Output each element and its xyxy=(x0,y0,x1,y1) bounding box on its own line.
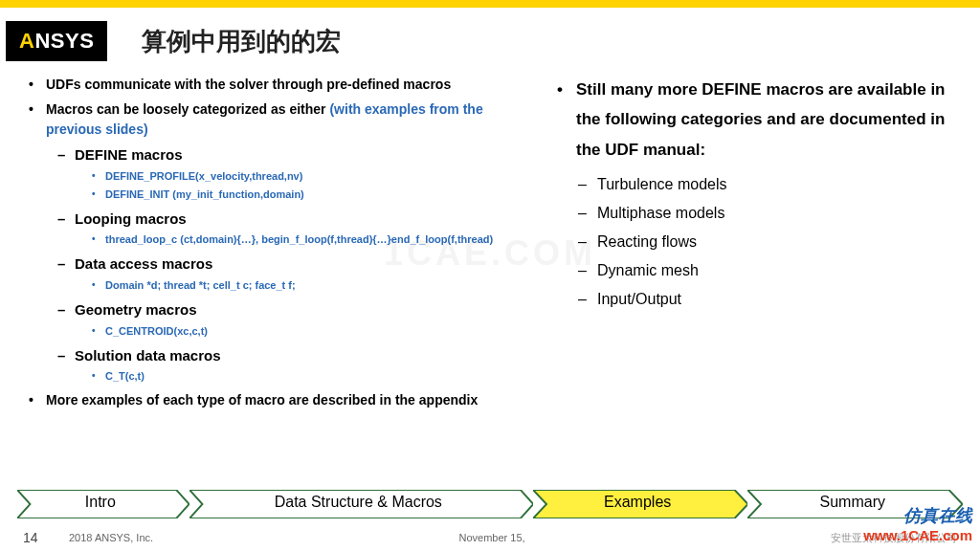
heading-define-macros: DEFINE macros DEFINE_PROFILE(x_velocity,… xyxy=(46,144,538,203)
nav-step-data-structure: Data Structure & Macros xyxy=(189,490,533,518)
corner-watermark: 仿真在线 www.1CAE.com xyxy=(863,504,972,543)
slide-title: 算例中用到的的宏 xyxy=(142,25,341,58)
right-lead-text: Still many more DEFINE macros are availa… xyxy=(555,75,951,165)
item-multiphase: Multiphase models xyxy=(555,205,951,222)
code-define-init: DEFINE_INIT (my_init_function,domain) xyxy=(75,187,538,203)
footer-copy: 2018 ANSYS, Inc. xyxy=(69,532,153,543)
logo-part2: NSYS xyxy=(34,29,94,53)
heading-define-label: DEFINE macros xyxy=(75,146,183,163)
heading-looping-label: Looping macros xyxy=(75,210,187,227)
bullet-udf-comm: UDFs communicate with the solver through… xyxy=(21,75,538,94)
heading-data-access-macros: Data access macros Domain *d; thread *t;… xyxy=(46,253,538,294)
nav-label-intro: Intro xyxy=(31,494,170,511)
nav-step-examples: Examples xyxy=(533,490,748,518)
text-macro-cat-a: Macros can be loosely categorized as eit… xyxy=(46,101,329,117)
logo-part1: A xyxy=(19,29,34,53)
content-columns: UDFs communicate with the solver through… xyxy=(0,75,980,416)
code-centroid: C_CENTROID(xc,c,t) xyxy=(75,324,538,340)
item-reacting: Reacting flows xyxy=(555,233,951,251)
progress-nav: Intro Data Structure & Macros Examples S… xyxy=(17,490,963,518)
heading-geometry-label: Geometry macros xyxy=(75,301,197,318)
item-dynamic-mesh: Dynamic mesh xyxy=(555,262,951,279)
nav-label-data-structure: Data Structure & Macros xyxy=(203,494,514,511)
footer-date: November 15, xyxy=(153,532,831,543)
code-define-profile: DEFINE_PROFILE(x_velocity,thread,nv) xyxy=(75,169,538,185)
heading-solution-macros: Solution data macros C_T(c,t) xyxy=(46,345,538,386)
corner-watermark-line2: www.1CAE.com xyxy=(863,527,972,543)
heading-data-access-label: Data access macros xyxy=(75,255,212,272)
footer: 14 2018 ANSYS, Inc. November 15, 安世亚太科技股… xyxy=(0,530,980,545)
nav-step-intro: Intro xyxy=(17,490,189,518)
corner-watermark-line1: 仿真在线 xyxy=(863,504,972,527)
heading-solution-label: Solution data macros xyxy=(75,347,221,364)
right-column: Still many more DEFINE macros are availa… xyxy=(538,75,951,416)
code-domain-decl: Domain *d; thread *t; cell_t c; face_t f… xyxy=(75,278,538,294)
code-thread-loop: thread_loop_c (ct,domain){…}, begin_f_lo… xyxy=(75,232,538,248)
bullet-macro-categories: Macros can be loosely categorized as eit… xyxy=(21,99,538,385)
item-turbulence: Turbulence models xyxy=(555,176,951,193)
top-accent-bar xyxy=(0,0,980,8)
page-number: 14 xyxy=(23,530,69,545)
heading-looping-macros: Looping macros thread_loop_c (ct,domain)… xyxy=(46,209,538,249)
nav-label-examples: Examples xyxy=(546,494,729,511)
left-column: UDFs communicate with the solver through… xyxy=(21,75,538,416)
code-ct: C_T(c,t) xyxy=(75,369,538,385)
ansys-logo: ANSYS xyxy=(6,21,107,61)
heading-geometry-macros: Geometry macros C_CENTROID(xc,c,t) xyxy=(46,299,538,340)
item-io: Input/Output xyxy=(555,291,951,308)
bullet-more-examples: More examples of each type of macro are … xyxy=(21,390,538,409)
header: ANSYS 算例中用到的的宏 xyxy=(0,21,980,61)
